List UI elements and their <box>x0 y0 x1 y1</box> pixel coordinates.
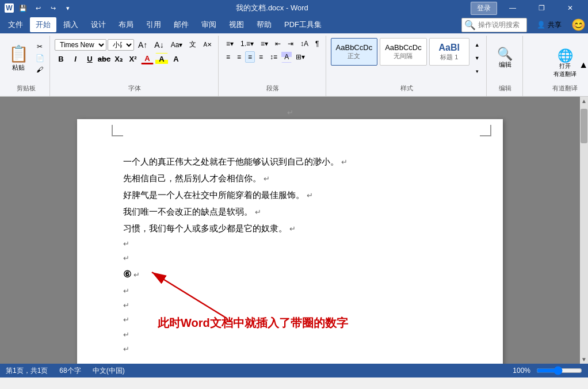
menu-design[interactable]: 设计 <box>85 17 112 32</box>
paste-button[interactable]: 📋 粘贴 <box>6 41 31 75</box>
align-right-btn[interactable]: ≡ <box>245 51 255 63</box>
numbering-btn[interactable]: 1.≡▾ <box>238 38 257 49</box>
styles-group: AaBbCcDc 正文 AaBbCcDc 无间隔 AaBl 标题 1 ▲ ▼ ▾… <box>327 36 487 96</box>
share-button[interactable]: 👤 共享 <box>532 17 567 33</box>
translate-section: 🌐 打开有道翻译 有道翻译 ▲ <box>544 41 586 96</box>
char-spacing-btn[interactable]: 文 <box>186 38 199 51</box>
ribbon-collapse-btn[interactable]: ▲ <box>579 60 588 70</box>
zoom-slider[interactable] <box>536 366 582 375</box>
bullets-btn[interactable]: ≡▾ <box>223 38 236 49</box>
doc-line-3: 好脾气是一个人在社交中所能穿着的最佳服饰。 ↵ <box>123 187 457 203</box>
italic-button[interactable]: I <box>69 53 82 64</box>
shading-btn[interactable]: A <box>281 51 292 63</box>
font-size-selector[interactable]: 小四 <box>108 39 134 51</box>
style-heading1[interactable]: AaBl 标题 1 <box>429 38 469 66</box>
clipboard-group: 📋 粘贴 ✂ 📄 🖌 剪贴板 <box>2 36 50 96</box>
menu-bar: 文件 开始 插入 设计 布局 引用 邮件 审阅 视图 帮助 PDF工具集 🔍 👤… <box>0 16 588 33</box>
font-color2-btn[interactable]: A <box>170 53 182 64</box>
edit-icon: 🔍 <box>497 48 513 60</box>
border-btn[interactable]: ⊞▾ <box>293 51 308 63</box>
redo-button[interactable]: ↪ <box>47 2 59 14</box>
paste-icon: 📋 <box>9 44 29 63</box>
styles-scroll-up[interactable]: ▲ <box>472 40 483 49</box>
edit-button[interactable]: 🔍 编辑 <box>491 42 519 74</box>
doc-line-4: 我们唯一不会改正的缺点是软弱。 ↵ <box>123 204 457 219</box>
font-color-btn[interactable]: A <box>141 53 154 64</box>
menu-pdf[interactable]: PDF工具集 <box>278 17 327 32</box>
highlight-btn[interactable]: A <box>155 53 168 64</box>
subscript-button[interactable]: X₂ <box>112 53 125 64</box>
document-scroll[interactable]: ↵ 一个人的真正伟大之处就在于他能够认识到自己的渺小。 ↵ 先相信自己，然后别人… <box>0 97 580 364</box>
line-spacing-btn[interactable]: ↕≡ <box>267 51 280 63</box>
doc-empty-1: ↵ <box>123 237 457 250</box>
font-family-selector[interactable]: Times New F <box>55 39 106 51</box>
minimize-button[interactable]: — <box>499 0 526 16</box>
edit-group: 🔍 编辑 编辑 <box>488 36 523 96</box>
menu-home[interactable]: 开始 <box>30 17 56 32</box>
format-painter-button[interactable]: 🖌 <box>33 64 46 75</box>
align-center-btn[interactable]: ≡ <box>234 51 244 63</box>
window-title: 我的文档.docx - Word <box>74 3 471 13</box>
login-button[interactable]: 登录 <box>471 2 497 15</box>
clipboard-label: 剪贴板 <box>17 84 36 94</box>
change-case-btn[interactable]: Aa▾ <box>168 39 186 51</box>
justify-btn[interactable]: ≡ <box>256 51 266 63</box>
document-area: ↵ 一个人的真正伟大之处就在于他能够认识到自己的渺小。 ↵ 先相信自己，然后别人… <box>0 97 588 364</box>
menu-view[interactable]: 视图 <box>223 17 250 32</box>
translate-group-label: 有道翻译 <box>552 84 578 94</box>
menu-review[interactable]: 审阅 <box>196 17 222 32</box>
font-row-1: Times New F 小四 A↑ A↓ Aa▾ 文 A✕ <box>55 38 215 51</box>
styles-expand[interactable]: ▾ <box>472 67 483 76</box>
scrollbar-thumb[interactable] <box>581 109 587 143</box>
document-page[interactable]: 一个人的真正伟大之处就在于他能够认识到自己的渺小。 ↵ 先相信自己，然后别人才会… <box>77 119 503 364</box>
clear-format-btn[interactable]: A✕ <box>200 40 215 49</box>
menu-insert[interactable]: 插入 <box>58 17 84 32</box>
save-button[interactable]: 💾 <box>17 2 29 14</box>
styles-scroll-controls: ▲ ▼ ▾ <box>472 38 483 78</box>
close-button[interactable]: ✕ <box>557 0 583 16</box>
cut-button[interactable]: ✂ <box>33 41 46 52</box>
doc-line-5: 习惯，我们每个人或多或少都是它的奴隶。 ↵ <box>123 220 457 236</box>
sort-btn[interactable]: ↕A <box>297 38 311 49</box>
para-row-2: ≡ ≡ ≡ ≡ ↕≡ A ⊞▾ <box>223 51 322 63</box>
search-box[interactable]: 🔍 <box>461 18 527 32</box>
align-left-btn[interactable]: ≡ <box>223 51 233 63</box>
doc-empty-7: ↵ <box>123 342 457 356</box>
doc-line-1: 一个人的真正伟大之处就在于他能够认识到自己的渺小。 ↵ <box>123 154 457 169</box>
increase-font-btn[interactable]: A↑ <box>135 39 150 51</box>
styles-scroll-down[interactable]: ▼ <box>472 54 483 63</box>
scroll-down-btn[interactable]: ▼ <box>580 355 588 364</box>
menu-references[interactable]: 引用 <box>140 17 167 32</box>
translate-icon: 🌐 <box>558 49 573 62</box>
menu-layout[interactable]: 布局 <box>113 17 139 32</box>
menu-file[interactable]: 文件 <box>2 17 29 32</box>
superscript-button[interactable]: X² <box>127 53 139 64</box>
annotation-arrow-container: 此时Word文档中就插入了带圈的数字 <box>140 261 244 334</box>
increase-indent-btn[interactable]: ⇥ <box>285 38 296 49</box>
strikethrough-button[interactable]: abc <box>98 53 110 64</box>
show-marks-btn[interactable]: ¶ <box>312 38 322 49</box>
ribbon: 📋 粘贴 ✂ 📄 🖌 剪贴板 Times New F 小四 A↑ A↓ <box>0 33 588 97</box>
margin-indicator-topright <box>480 125 491 136</box>
para-row-1: ≡▾ 1.≡▾ ≡▾ ⇤ ⇥ ↕A ¶ <box>223 38 322 49</box>
scroll-up-btn[interactable]: ▲ <box>580 97 588 105</box>
svg-line-1 <box>152 272 227 318</box>
customize-quick-access[interactable]: ▾ <box>62 2 74 14</box>
menu-mailings[interactable]: 邮件 <box>168 17 194 32</box>
annotation-text: 此时Word文档中就插入了带圈的数字 <box>158 312 348 333</box>
open-translate-button[interactable]: 🌐 打开有道翻译 <box>549 47 581 81</box>
menu-help[interactable]: 帮助 <box>251 17 277 32</box>
decrease-indent-btn[interactable]: ⇤ <box>272 38 284 49</box>
search-input[interactable] <box>478 21 524 29</box>
multilevel-list-btn[interactable]: ≡▾ <box>258 38 271 49</box>
undo-button[interactable]: ↩ <box>32 2 44 14</box>
copy-button[interactable]: 📄 <box>33 53 46 63</box>
style-no-spacing[interactable]: AaBbCcDc 无间隔 <box>380 38 427 66</box>
search-icon: 🔍 <box>464 20 476 30</box>
style-normal[interactable]: AaBbCcDc 正文 <box>331 38 378 66</box>
restore-button[interactable]: ❐ <box>528 0 555 16</box>
decrease-font-btn[interactable]: A↓ <box>151 39 166 51</box>
underline-button[interactable]: U <box>83 53 96 64</box>
vertical-scrollbar[interactable]: ▲ ▼ <box>580 97 588 364</box>
bold-button[interactable]: B <box>55 53 67 64</box>
